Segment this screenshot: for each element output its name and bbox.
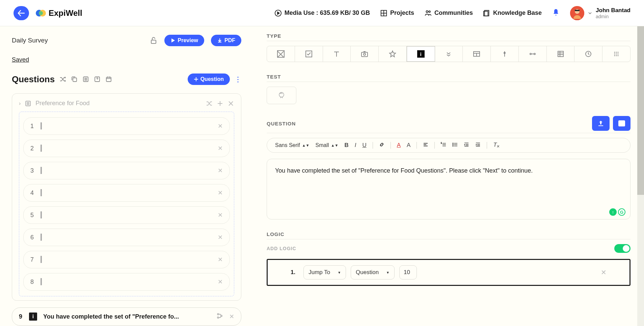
- outdent-icon[interactable]: [464, 142, 469, 149]
- type-slider[interactable]: [491, 46, 519, 62]
- question-item[interactable]: 2✕: [23, 140, 230, 157]
- question-item[interactable]: 6✕: [23, 229, 230, 246]
- type-dots[interactable]: [602, 46, 630, 62]
- add-logic-label: ADD LOGIC: [267, 246, 296, 251]
- close-icon[interactable]: ✕: [218, 167, 223, 174]
- logo[interactable]: ExpiWell: [36, 8, 82, 18]
- checkbox-type-icon: [41, 190, 42, 196]
- close-icon[interactable]: ✕: [218, 278, 223, 286]
- logic-value-input[interactable]: [399, 265, 417, 279]
- align-icon[interactable]: [423, 142, 428, 149]
- ordered-list-icon[interactable]: 1: [441, 142, 446, 149]
- bold-icon[interactable]: B: [344, 142, 348, 149]
- close-icon[interactable]: ✕: [218, 211, 223, 219]
- type-info[interactable]: i: [407, 46, 435, 62]
- close-icon[interactable]: ✕: [218, 189, 223, 197]
- svg-rect-15: [151, 40, 156, 43]
- close-icon[interactable]: ✕: [218, 122, 223, 130]
- notifications-icon[interactable]: [552, 8, 560, 18]
- question-item[interactable]: 5✕: [23, 206, 230, 224]
- type-time[interactable]: [574, 46, 602, 62]
- link-icon[interactable]: [379, 142, 384, 149]
- nav-communities[interactable]: Communities: [424, 9, 473, 17]
- type-grid[interactable]: [547, 46, 575, 62]
- question-item[interactable]: 4✕: [23, 184, 230, 202]
- saved-link[interactable]: Saved: [12, 56, 29, 63]
- user-menu[interactable]: John Bantad admin: [570, 6, 630, 20]
- questions-title: Questions: [12, 74, 55, 85]
- add-question-button[interactable]: Question: [188, 73, 230, 85]
- list-icon[interactable]: [82, 76, 89, 83]
- test-button[interactable]: [267, 87, 296, 104]
- type-dropdown[interactable]: [435, 46, 463, 62]
- help-icon[interactable]: [94, 76, 101, 83]
- type-star[interactable]: [379, 46, 407, 62]
- bullet-list-icon[interactable]: [452, 142, 458, 149]
- svg-rect-45: [558, 51, 563, 57]
- grammarly-widget[interactable]: ↑ G: [609, 208, 625, 216]
- calendar-icon[interactable]: [105, 76, 112, 83]
- close-icon[interactable]: ✕: [218, 234, 223, 241]
- close-icon[interactable]: ✕: [218, 256, 223, 263]
- add-icon[interactable]: [217, 100, 223, 107]
- svg-point-55: [618, 54, 619, 55]
- text-color-icon[interactable]: A: [397, 142, 401, 149]
- upload-button[interactable]: [592, 116, 610, 131]
- close-icon[interactable]: ✕: [601, 268, 607, 276]
- question-item[interactable]: 8✕: [23, 273, 230, 291]
- nav-knowledge-base[interactable]: Knowledge Base: [483, 9, 542, 17]
- logic-target-select[interactable]: Question▼: [351, 265, 395, 279]
- logic-action-select[interactable]: Jump To▼: [303, 265, 346, 279]
- selected-question[interactable]: 9 i You have completed the set of "Prefe…: [12, 307, 241, 326]
- test-label: TEST: [267, 74, 630, 82]
- svg-point-52: [618, 52, 619, 53]
- type-label: TYPE: [267, 33, 630, 41]
- right-panel: TYPE i TEST QUESTION Sans Se: [253, 26, 644, 326]
- copy-icon[interactable]: [71, 76, 78, 83]
- svg-point-53: [614, 54, 615, 55]
- type-selector: i: [267, 46, 630, 62]
- chevron-right-icon[interactable]: ›: [19, 100, 21, 107]
- logic-toggle[interactable]: [614, 244, 630, 253]
- svg-rect-16: [73, 78, 77, 82]
- checkbox-type-icon: [41, 234, 42, 240]
- clear-format-icon[interactable]: T×: [493, 142, 500, 149]
- type-checkbox[interactable]: [267, 46, 295, 62]
- nav-projects[interactable]: Projects: [380, 9, 414, 17]
- question-item[interactable]: 3✕: [23, 162, 230, 179]
- close-icon[interactable]: [227, 100, 234, 107]
- question-item[interactable]: 7✕: [23, 251, 230, 268]
- shuffle-icon[interactable]: [59, 76, 66, 83]
- back-button[interactable]: [14, 6, 29, 20]
- block-title[interactable]: Preference for Food: [35, 100, 202, 107]
- highlight-icon[interactable]: A: [407, 142, 410, 149]
- type-connect[interactable]: [519, 46, 547, 62]
- svg-marker-36: [390, 51, 396, 57]
- logic-rule-number: 1.: [291, 269, 295, 276]
- font-select[interactable]: Sans Serif ▲▼: [275, 142, 310, 148]
- close-icon[interactable]: ✕: [218, 145, 223, 152]
- type-camera[interactable]: [351, 46, 379, 62]
- question-editor[interactable]: You have completed the set of "Preferenc…: [267, 159, 630, 219]
- indent-icon[interactable]: [475, 142, 481, 149]
- scrollbar[interactable]: [637, 26, 644, 326]
- italic-icon[interactable]: I: [355, 142, 356, 149]
- size-select[interactable]: Small ▲▼: [316, 142, 339, 148]
- preview-button[interactable]: Preview: [164, 35, 204, 46]
- type-text[interactable]: [323, 46, 351, 62]
- more-menu-icon[interactable]: ⋮: [235, 75, 241, 83]
- unlock-icon[interactable]: [150, 36, 158, 45]
- shuffle-icon[interactable]: [206, 100, 213, 107]
- question-label: QUESTION: [267, 121, 296, 126]
- close-icon[interactable]: ✕: [229, 313, 234, 320]
- svg-point-57: [616, 55, 617, 56]
- image-button[interactable]: [613, 116, 630, 131]
- type-check[interactable]: [295, 46, 323, 62]
- logic-label: LOGIC: [267, 231, 630, 239]
- question-item[interactable]: 1✕: [23, 117, 230, 135]
- type-layout[interactable]: [463, 46, 491, 62]
- branch-icon[interactable]: [216, 313, 223, 321]
- media-use[interactable]: Media Use : 635.69 KB/ 30 GB: [274, 9, 370, 17]
- underline-icon[interactable]: U: [362, 142, 366, 149]
- pdf-button[interactable]: PDF: [211, 35, 241, 46]
